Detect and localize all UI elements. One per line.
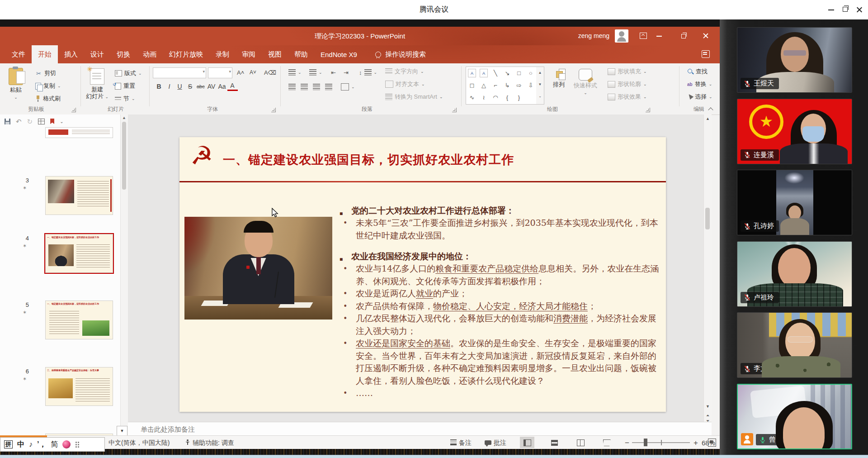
- ime-halfwidth-icon[interactable]: ♪: [29, 440, 33, 448]
- scroll-up-icon[interactable]: ▲: [122, 115, 126, 120]
- participant-video-tile[interactable]: 王煜天: [737, 27, 852, 93]
- participant-video-tile[interactable]: 连曼溪: [737, 99, 852, 164]
- thumbnail-scrollbar[interactable]: ▲: [120, 114, 128, 435]
- layout-button[interactable]: 版式⌄: [113, 68, 144, 79]
- clipboard-dialog-launcher[interactable]: [71, 108, 76, 112]
- shape-glyph-9[interactable]: ↳: [501, 79, 513, 91]
- ime-toolbar[interactable]: 拼 中 ♪ ’， 简: [0, 437, 105, 452]
- comments-panel-icon[interactable]: [702, 50, 710, 58]
- meeting-restore-button[interactable]: [838, 0, 854, 19]
- slide-thumbnail[interactable]: [45, 176, 113, 215]
- ppt-close-button[interactable]: [698, 27, 713, 45]
- replace-button[interactable]: ab替换⌄: [685, 79, 714, 90]
- slide-body-text[interactable]: ■党的二十大对农业农村工作进行总体部署：•未来5年“三农”工作要全面推进乡村振兴…: [338, 205, 661, 400]
- tab-8[interactable]: 录制: [209, 45, 236, 63]
- slide-thumbnail[interactable]: 一、锚定建设农业强国目标，切实抓好农业农村工作: [45, 301, 113, 339]
- shape-glyph-3[interactable]: ↘: [501, 67, 513, 79]
- undo-icon[interactable]: ↶: [16, 119, 22, 124]
- tab-12[interactable]: EndNote X9: [314, 45, 363, 63]
- shape-glyph-11[interactable]: ⇩: [525, 79, 537, 91]
- select-button[interactable]: 选择⌄: [685, 91, 714, 102]
- align-text-button[interactable]: 对齐文本⌄: [383, 79, 427, 90]
- tab-9[interactable]: 审阅: [236, 45, 262, 63]
- slide-thumbnail[interactable]: 二、保障粮食和重要农产品稳定安全供给：头等大事: [45, 367, 113, 406]
- shape-glyph-2[interactable]: ╲: [490, 67, 501, 79]
- format-painter-button[interactable]: 格式刷: [33, 93, 62, 104]
- editor-scrollbar[interactable]: ▲ ▼ ⏶ ⏷: [703, 114, 712, 422]
- slide-thumbnail-partial[interactable]: [45, 127, 113, 138]
- thumbnail-scroll-down-button[interactable]: ▼: [117, 426, 127, 436]
- participant-video-tile[interactable]: 卢祖玲: [737, 241, 852, 307]
- font-style-button-a[interactable]: A: [227, 81, 238, 91]
- participant-video-tile[interactable]: 孔诗婷: [737, 170, 852, 235]
- shape-glyph-15[interactable]: {: [501, 91, 513, 104]
- shape-glyph-1[interactable]: A: [480, 69, 488, 77]
- tab-1[interactable]: 文件: [5, 45, 32, 63]
- cut-button[interactable]: ✂剪切: [33, 68, 58, 79]
- scroll-down-icon[interactable]: ▼: [704, 404, 712, 409]
- shape-glyph-5[interactable]: ○: [525, 67, 537, 79]
- scrollbar-thumb[interactable]: [122, 122, 126, 190]
- tab-4[interactable]: 设计: [84, 45, 110, 63]
- font-style-button-av[interactable]: AV: [206, 82, 217, 91]
- slide-thumbnail-row[interactable]: 4 ✶ 一、锚定建设农业强国目标，切实抓好农业农村工作: [0, 234, 118, 272]
- participant-video-tile[interactable]: 李文路: [737, 312, 852, 378]
- shape-effects-button[interactable]: 形状效果⌄: [606, 91, 649, 102]
- justify-button[interactable]: [323, 81, 334, 92]
- grow-font-button[interactable]: A˄: [235, 67, 246, 78]
- tell-me-search[interactable]: 操作说明搜索: [363, 45, 426, 63]
- shape-glyph-12[interactable]: ∿: [466, 91, 478, 104]
- font-dialog-launcher[interactable]: [271, 108, 276, 112]
- shape-outline-button[interactable]: 形状轮廓⌄: [606, 79, 649, 90]
- increase-indent-button[interactable]: ⇥: [342, 67, 350, 78]
- shape-glyph-14[interactable]: ◠: [490, 91, 501, 104]
- section-button[interactable]: 节⌄: [113, 93, 137, 104]
- shape-glyph-6[interactable]: ◻: [466, 79, 478, 91]
- shapes-gallery-scrollbar[interactable]: ▲▼⌄: [536, 67, 544, 105]
- ime-logo-icon[interactable]: [62, 440, 71, 448]
- decrease-indent-button[interactable]: ⇤: [329, 67, 338, 78]
- tab-7[interactable]: 幻灯片放映: [163, 45, 209, 63]
- shape-fill-button[interactable]: 形状填充⌄: [606, 66, 649, 77]
- meeting-close-button[interactable]: [852, 0, 867, 19]
- paragraph-dialog-launcher[interactable]: [452, 108, 457, 112]
- drawing-dialog-launcher[interactable]: [646, 108, 650, 112]
- ppt-account-name[interactable]: zeng meng: [578, 32, 609, 39]
- slide-thumbnail[interactable]: 一、锚定建设农业强国目标，切实抓好农业农村工作: [45, 234, 113, 273]
- ime-chinese-mode-icon[interactable]: 中: [17, 440, 24, 449]
- ime-toolbox-icon[interactable]: [75, 441, 80, 448]
- scroll-up-icon[interactable]: ▲: [704, 116, 712, 121]
- font-style-button-s[interactable]: S: [185, 82, 195, 91]
- flag-icon[interactable]: [50, 119, 54, 124]
- line-spacing-button[interactable]: ↕⌄: [357, 67, 379, 78]
- language-status[interactable]: 中文(简体，中国大陆): [108, 439, 170, 447]
- clear-format-button[interactable]: A⌫: [262, 67, 278, 78]
- redo-icon[interactable]: ↻: [27, 119, 33, 124]
- accessibility-status[interactable]: 辅助功能: 调查: [184, 439, 234, 447]
- tab-5[interactable]: 切换: [110, 45, 137, 63]
- ppt-minimize-button[interactable]: [652, 27, 667, 45]
- align-left-button[interactable]: [287, 81, 297, 92]
- shrink-font-button[interactable]: A˅: [248, 67, 258, 78]
- shape-glyph-7[interactable]: △: [478, 79, 490, 91]
- slide-thumbnail-row[interactable]: 5 ✶ 一、锚定建设农业强国目标，切实抓好农业农村工作: [0, 301, 118, 339]
- comments-toggle-button[interactable]: 批注: [485, 439, 506, 447]
- font-style-button-abc[interactable]: abc: [195, 83, 206, 90]
- save-icon[interactable]: [5, 119, 10, 124]
- xi-jinping-photo[interactable]: [184, 217, 332, 320]
- new-slide-button[interactable]: 新建幻灯片 ⌄: [84, 66, 110, 103]
- slide-title[interactable]: 一、锚定建设农业强国目标，切实抓好农业农村工作: [223, 152, 657, 168]
- zoom-out-button[interactable]: −: [625, 439, 629, 448]
- tab-10[interactable]: 视图: [262, 45, 288, 63]
- zoom-in-button[interactable]: +: [693, 439, 698, 448]
- numbering-button[interactable]: ⌄: [307, 67, 324, 78]
- slide-thumbnail-row[interactable]: 6 ✶ 二、保障粮食和重要农产品稳定安全供给：头等大事: [0, 367, 118, 405]
- fit-to-window-button[interactable]: [708, 439, 716, 447]
- ime-pinyin-icon[interactable]: 拼: [4, 440, 13, 448]
- meeting-minimize-button[interactable]: [824, 0, 839, 19]
- slideshow-view-button[interactable]: [599, 437, 614, 448]
- quick-styles-button[interactable]: 快速样式 ⌄: [571, 66, 599, 103]
- font-style-button-aa[interactable]: Aa: [217, 82, 227, 91]
- convert-smartart-button[interactable]: 转换为 SmartArt⌄: [383, 91, 444, 102]
- slide-sorter-view-button[interactable]: [547, 437, 561, 448]
